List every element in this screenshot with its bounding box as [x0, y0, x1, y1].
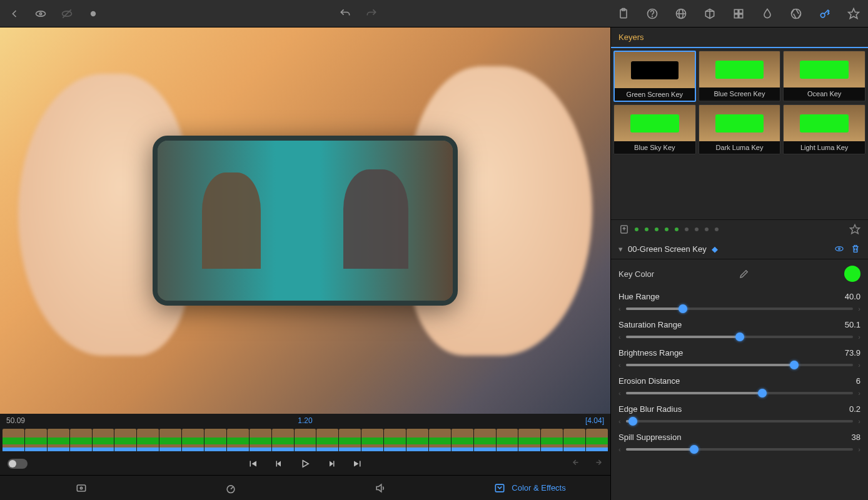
clip-thumb[interactable]	[114, 429, 136, 451]
keyer-preset[interactable]: Blue Screen Key	[699, 51, 781, 102]
clip-thumb[interactable]	[70, 429, 92, 451]
clip-thumb[interactable]	[25, 429, 47, 451]
cube-icon[interactable]	[703, 7, 717, 21]
timeline-time-bar[interactable]: 50.09 1.20 [4.04]	[0, 414, 610, 428]
grid-icon[interactable]	[732, 7, 745, 21]
nav-audio-icon[interactable]	[373, 481, 387, 495]
clip-thumb[interactable]	[586, 429, 608, 451]
fx-dot[interactable]	[715, 228, 719, 231]
preview-viewport[interactable]	[0, 28, 610, 414]
chevron-right-icon[interactable]: ›	[858, 305, 860, 312]
timeline-track[interactable]	[0, 428, 610, 452]
clip-thumb[interactable]	[563, 429, 585, 451]
chevron-left-icon[interactable]: ‹	[618, 361, 621, 369]
small-undo-icon[interactable]	[572, 458, 583, 469]
chevron-left-icon[interactable]: ‹	[618, 446, 621, 453]
fx-dot[interactable]	[685, 228, 689, 231]
chevron-right-icon[interactable]: ›	[858, 333, 860, 341]
nav-color-icon[interactable]	[493, 481, 507, 495]
chevron-right-icon[interactable]: ›	[858, 418, 860, 425]
fx-dot[interactable]	[665, 228, 669, 231]
small-redo-icon[interactable]	[592, 458, 603, 469]
slider[interactable]	[626, 448, 854, 451]
effect-visibility-icon[interactable]	[834, 244, 844, 254]
step-back-icon[interactable]	[273, 458, 285, 469]
clip-thumb[interactable]	[3, 429, 24, 451]
clip-thumb[interactable]	[452, 429, 473, 451]
keyframe-indicator-icon[interactable]: ◆	[712, 244, 718, 254]
star-icon[interactable]	[847, 7, 860, 21]
chevron-right-icon[interactable]: ›	[858, 389, 860, 397]
nav-speed-icon[interactable]	[224, 481, 238, 495]
clip-thumb[interactable]	[429, 429, 451, 451]
chevron-left-icon[interactable]: ‹	[618, 389, 621, 397]
clip-thumb[interactable]	[406, 429, 428, 451]
step-forward-icon[interactable]	[326, 458, 337, 469]
favorite-icon[interactable]	[849, 224, 860, 235]
slider[interactable]	[626, 308, 854, 310]
clip-thumb[interactable]	[250, 429, 271, 451]
clip-thumb[interactable]	[182, 429, 204, 451]
nav-frame-icon[interactable]	[74, 481, 88, 495]
fx-dot[interactable]	[705, 228, 709, 231]
clip-thumb[interactable]	[272, 429, 294, 451]
chevron-right-icon[interactable]: ›	[858, 361, 860, 369]
help-icon[interactable]	[645, 7, 659, 21]
back-icon[interactable]	[8, 7, 21, 21]
clip-thumb[interactable]	[295, 429, 316, 451]
redo-icon[interactable]	[365, 7, 378, 21]
globe-icon[interactable]	[674, 7, 688, 21]
dot-icon[interactable]	[86, 7, 100, 21]
skip-start-icon[interactable]	[247, 458, 258, 469]
skip-end-icon[interactable]	[352, 458, 363, 469]
keyer-preset[interactable]: Light Luma Key	[783, 104, 865, 154]
aperture-icon[interactable]	[789, 7, 803, 21]
slider[interactable]	[626, 364, 854, 366]
clip-thumb[interactable]	[497, 429, 518, 451]
drop-icon[interactable]	[760, 7, 774, 21]
chevron-left-icon[interactable]: ‹	[618, 333, 621, 341]
clip-thumb[interactable]	[474, 429, 496, 451]
clip-thumb[interactable]	[227, 429, 249, 451]
keyer-preset[interactable]: Blue Sky Key	[613, 104, 696, 154]
key-color-swatch[interactable]	[844, 266, 860, 282]
slider[interactable]	[626, 392, 854, 394]
chevron-left-icon[interactable]: ‹	[618, 418, 621, 425]
effect-title-row[interactable]: ▾ 00-Green Screen Key ◆	[611, 239, 868, 259]
eyedropper-icon[interactable]	[739, 268, 750, 279]
clip-thumb[interactable]	[93, 429, 114, 451]
keyer-preset[interactable]: Dark Luma Key	[699, 104, 781, 154]
eye-icon[interactable]	[34, 7, 48, 21]
nav-color-label[interactable]: Color & Effects	[512, 483, 565, 492]
clip-thumb[interactable]	[361, 429, 383, 451]
clip-thumb[interactable]	[339, 429, 361, 451]
fx-dot[interactable]	[695, 228, 699, 231]
fx-dot[interactable]	[655, 228, 659, 231]
keyer-preset[interactable]: Green Screen Key	[613, 51, 696, 102]
effect-delete-icon[interactable]	[850, 244, 860, 254]
clip-thumb[interactable]	[316, 429, 338, 451]
keyer-preset[interactable]: Ocean Key	[783, 51, 865, 102]
chevron-left-icon[interactable]: ‹	[618, 305, 621, 312]
clip-thumb[interactable]	[204, 429, 226, 451]
loop-toggle[interactable]	[8, 459, 28, 469]
chevron-right-icon[interactable]: ›	[858, 446, 860, 453]
fx-dot[interactable]	[645, 228, 648, 231]
clip-thumb[interactable]	[159, 429, 181, 451]
key-icon[interactable]	[818, 7, 832, 21]
preset-save-icon[interactable]	[618, 224, 630, 235]
slider[interactable]	[626, 420, 854, 422]
slider[interactable]	[626, 336, 854, 338]
fx-dot[interactable]	[675, 228, 679, 231]
clip-thumb[interactable]	[48, 429, 69, 451]
clip-thumb[interactable]	[137, 429, 159, 451]
clipboard-icon[interactable]	[617, 7, 630, 21]
chevron-down-icon[interactable]: ▾	[618, 244, 623, 254]
eye-off-icon[interactable]	[60, 7, 74, 21]
fx-dot[interactable]	[635, 228, 638, 231]
clip-thumb[interactable]	[518, 429, 540, 451]
undo-icon[interactable]	[338, 7, 352, 21]
clip-thumb[interactable]	[541, 429, 563, 451]
clip-thumb[interactable]	[384, 429, 406, 451]
play-icon[interactable]	[300, 458, 311, 469]
